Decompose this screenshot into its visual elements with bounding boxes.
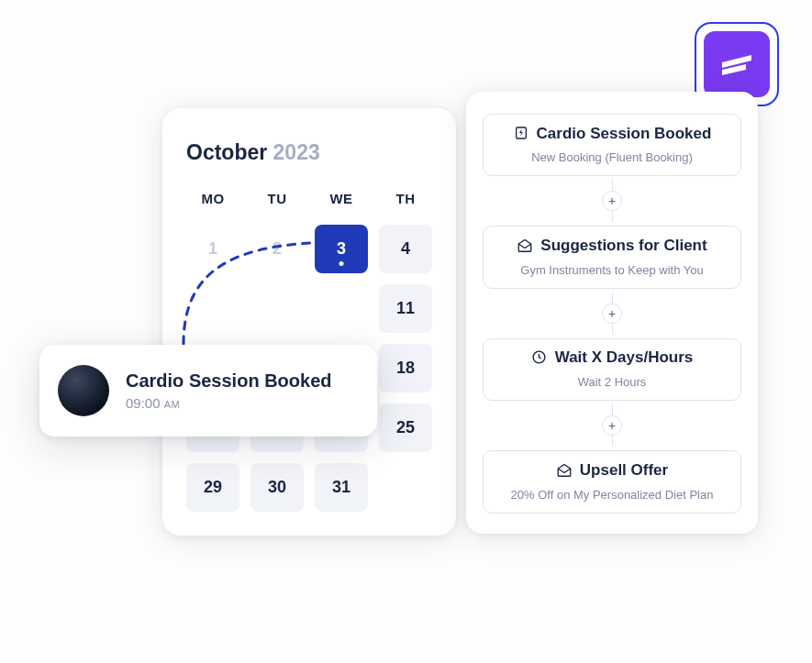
calendar-year: 2023 [273,140,320,164]
event-time-value: 09:00 [126,395,161,411]
connector-line [612,211,613,222]
bolt-icon [513,125,529,141]
connector-line [612,293,613,304]
flow-step-subtitle: Wait 2 Hours [495,375,729,389]
calendar-cell-11[interactable]: 11 [379,284,432,333]
calendar-cell-30[interactable]: 30 [250,463,304,512]
calendar-cell-empty [315,284,368,333]
flow-step-subtitle: New Booking (Fluent Booking) [495,150,729,164]
calendar-cell-29[interactable]: 29 [186,463,239,512]
calendar-head-we: WE [315,191,368,206]
flow-step-subtitle: 20% Off on My Personalized Diet Plan [495,488,729,502]
event-title: Cardio Session Booked [126,370,332,392]
flow-connector: + [602,180,622,222]
avatar [58,365,109,416]
connector-line [612,324,613,335]
flow-connector: + [602,404,622,447]
add-step-button[interactable]: + [602,415,622,436]
calendar-cell-1[interactable]: 1 [186,225,239,273]
mail-open-icon [556,461,573,478]
calendar-cell-18[interactable]: 18 [379,344,432,392]
flow-step-2[interactable]: Wait X Days/HoursWait 2 Hours [483,338,741,402]
calendar-cell-25[interactable]: 25 [379,403,432,452]
fluent-app-icon [704,31,770,97]
calendar-month: October [186,140,267,164]
flow-step-title-text: Cardio Session Booked [537,126,712,141]
calendar-head-th: TH [379,191,432,206]
calendar-head-tu: TU [250,191,304,206]
flow-step-0[interactable]: Cardio Session BookedNew Booking (Fluent… [483,114,741,176]
flow-step-title-text: Suggestions for Client [540,238,706,253]
flow-step-subtitle: Gym Instruments to Keep with You [495,263,729,277]
event-time-ampm: AM [164,399,181,410]
calendar-head-mo: MO [186,191,239,206]
calendar-title: October 2023 [186,140,432,165]
connector-line [612,436,613,447]
flow-step-title-text: Wait X Days/Hours [555,349,694,365]
automation-flow-card: Cardio Session BookedNew Booking (Fluent… [466,92,758,534]
flow-step-3[interactable]: Upsell Offer20% Off on My Personalized D… [483,450,741,514]
connector-line [612,404,613,415]
calendar-cell-empty [250,284,304,333]
calendar-cell-3[interactable]: 3 [315,225,368,273]
connector-line [612,180,613,191]
calendar-header-row: MO TU WE TH [186,191,432,206]
add-step-button[interactable]: + [602,191,622,211]
calendar-cell-4[interactable]: 4 [379,225,432,273]
add-step-button[interactable]: + [602,304,622,324]
flow-connector: + [602,293,622,335]
flow-step-1[interactable]: Suggestions for ClientGym Instruments to… [483,226,741,289]
mail-open-icon [517,237,533,253]
clock-icon [531,349,548,366]
calendar-cell-empty [379,463,432,512]
flow-step-title-text: Upsell Offer [580,462,668,478]
calendar-cell-empty [186,284,239,333]
calendar-cell-31[interactable]: 31 [315,463,368,512]
event-time: 09:00 AM [126,395,332,411]
event-info: Cardio Session Booked 09:00 AM [126,370,332,411]
calendar-cell-2[interactable]: 2 [250,225,304,273]
event-popover[interactable]: Cardio Session Booked 09:00 AM [39,345,377,436]
calendar-card: October 2023 MO TU WE TH 123411182223242… [162,108,456,536]
